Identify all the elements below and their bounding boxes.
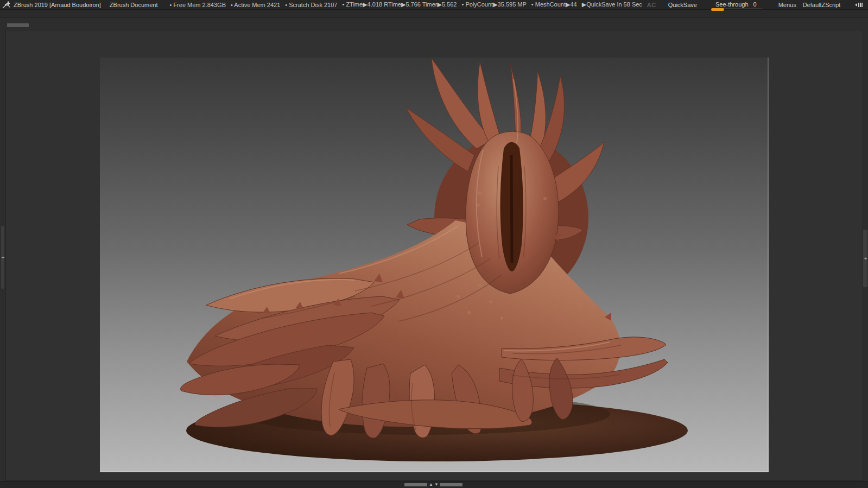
stat-meshcount: • MeshCount▶44 bbox=[531, 1, 577, 8]
see-through-value: 0 bbox=[753, 1, 757, 8]
see-through-accent-pill bbox=[711, 8, 724, 11]
right-tray-divider[interactable]: ◂▸ bbox=[863, 230, 867, 287]
see-through-label: See-through bbox=[715, 1, 749, 8]
sculpt-model bbox=[100, 58, 769, 472]
title-bar: ZBrush 2019 [Arnaud Boudoiron] ZBrush Do… bbox=[0, 0, 868, 10]
stat-polycount: • PolyCount▶35.595 MP bbox=[461, 1, 526, 8]
document-title: ZBrush Document bbox=[110, 2, 158, 8]
tray-down-icon[interactable]: ▼ bbox=[434, 483, 438, 486]
see-through-control[interactable]: See-through0 bbox=[713, 0, 764, 9]
scrub-left-button[interactable] bbox=[855, 3, 864, 7]
stat-scratch-disk: • Scratch Disk 2107 bbox=[285, 2, 337, 8]
triangle-left-icon bbox=[855, 3, 857, 7]
tray-handle-bar[interactable] bbox=[404, 483, 427, 486]
menus-button[interactable]: Menus bbox=[778, 2, 796, 8]
left-tray-handle[interactable] bbox=[7, 23, 29, 27]
left-tray-divider[interactable]: ◂▸ bbox=[1, 226, 4, 289]
document-canvas[interactable] bbox=[100, 58, 769, 472]
zscript-button[interactable]: DefaultZScript bbox=[803, 2, 841, 8]
quicksave-button[interactable]: QuickSave bbox=[668, 2, 697, 8]
workspace: ◂▸ ◂▸ bbox=[0, 10, 868, 481]
bars-icon bbox=[858, 3, 863, 7]
divider-arrows-icon: ◂▸ bbox=[864, 256, 866, 261]
bottom-tray-handle[interactable]: ▲ ▼ bbox=[404, 483, 462, 486]
divider-arrows-icon: ◂▸ bbox=[1, 255, 4, 259]
bottom-bar: ▲ ▼ bbox=[0, 481, 868, 488]
stat-active-mem: • Active Mem 2421 bbox=[231, 2, 280, 8]
stat-free-mem: • Free Mem 2.843GB bbox=[169, 2, 226, 8]
menu-strip bbox=[0, 10, 868, 18]
stat-quicksave-countdown: ▶QuickSave In 58 Sec bbox=[582, 1, 642, 8]
ac-indicator[interactable]: AC bbox=[647, 2, 656, 8]
tray-handle-bar[interactable] bbox=[440, 483, 462, 486]
zbrush-logo-icon bbox=[2, 1, 10, 8]
stat-timers: • ZTime▶4.018 RTime▶5.766 Timer▶5.562 bbox=[342, 1, 457, 8]
tray-up-icon[interactable]: ▲ bbox=[429, 483, 433, 486]
app-title: ZBrush 2019 [Arnaud Boudoiron] bbox=[14, 2, 101, 8]
